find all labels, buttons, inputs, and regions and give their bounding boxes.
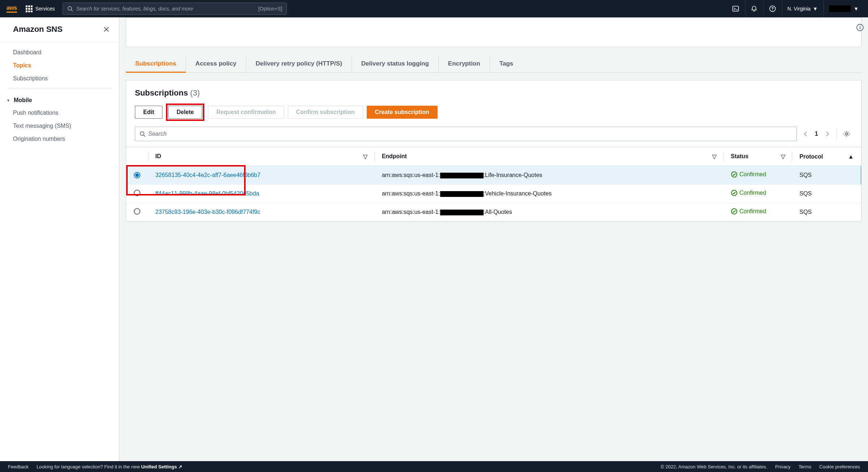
svg-point-0 [68,7,72,10]
table-row[interactable]: 23758c93-196e-403e-b30c-f096df774f9c arn… [127,203,861,222]
row-radio[interactable] [134,208,140,215]
edit-button[interactable]: Edit [135,106,162,119]
subscriptions-panel: Subscriptions (3) Edit Delete Request co… [126,80,861,222]
subscription-id-link[interactable]: 32658135-40c4-4e2c-aff7-6aee46f6b6b7 [156,172,261,178]
sort-icon: ▽ [781,153,785,160]
global-search[interactable]: [Option+S] [63,3,287,15]
search-icon [67,6,73,12]
cloudshell-button[interactable] [727,0,744,17]
info-icon [856,24,864,31]
region-selector[interactable]: N. Virginia ▼ [782,0,823,17]
confirm-subscription-button: Confirm subscription [288,106,363,119]
redacted-account [440,191,484,197]
protocol-cell: SQS [792,166,861,185]
svg-line-7 [144,135,145,136]
page-prev-button[interactable] [802,129,809,139]
table-row[interactable]: 32658135-40c4-4e2c-aff7-6aee46f6b6b7 arn… [127,166,861,185]
endpoint-cell: arn:aws:sqs:us-east-1::Life-Insurance-Qu… [375,166,724,185]
help-button[interactable] [763,0,781,17]
tab-access-policy[interactable]: Access policy [186,56,246,72]
account-menu[interactable]: ▼ [824,0,864,17]
chevron-right-icon [825,131,830,137]
check-circle-icon [731,190,737,196]
tab-delivery-status[interactable]: Delivery status logging [352,56,439,72]
services-menu[interactable]: Services [22,3,59,14]
svg-point-8 [846,133,848,135]
sidebar-item-origination-numbers[interactable]: Origination numbers [7,132,112,146]
check-circle-icon [731,208,737,215]
page-current: 1 [813,131,820,137]
tab-encryption[interactable]: Encryption [439,56,490,72]
sidebar-close-button[interactable] [103,26,110,33]
language-prompt: Looking for language selection? Find it … [37,464,182,469]
tab-tags[interactable]: Tags [490,56,523,72]
redacted-account [440,173,484,178]
redacted-account [440,210,484,215]
topic-header-panel [126,17,861,47]
services-grid-icon [26,5,33,12]
page-next-button[interactable] [824,129,831,139]
create-subscription-button[interactable]: Create subscription [367,106,438,119]
pagination: 1 [802,129,831,139]
topic-tabs: Subscriptions Access policy Delivery ret… [126,56,861,73]
unified-settings-link[interactable]: Unified Settings↗ [141,464,182,469]
terms-link[interactable]: Terms [799,464,811,469]
sidebar-item-topics[interactable]: Topics [7,59,112,72]
subscriptions-filter[interactable] [135,127,797,141]
external-link-icon: ↗ [178,464,182,469]
delete-button[interactable]: Delete [168,106,202,119]
search-icon [140,131,145,137]
table-settings-button[interactable] [836,127,852,140]
services-label: Services [35,6,55,12]
subscriptions-filter-input[interactable] [148,131,792,137]
protocol-cell: SQS [792,203,861,222]
status-badge: Confirmed [731,171,766,178]
sidebar-item-push-notifications[interactable]: Push notifications [7,106,112,119]
help-icon [769,5,776,12]
table-row[interactable]: ff44ac11-998b-4aae-98ef-0bf5420d5bda arn… [127,185,861,203]
request-confirmation-button: Request confirmation [208,106,284,119]
tab-subscriptions[interactable]: Subscriptions [126,56,186,73]
column-id[interactable]: ID▽ [148,147,375,166]
global-search-input[interactable] [76,6,258,12]
subscriptions-table: ID▽ Endpoint▽ Status▽ Protocol▲ 32658135… [126,147,861,222]
privacy-link[interactable]: Privacy [775,464,791,469]
main-content: Subscriptions Access policy Delivery ret… [119,17,868,461]
subscription-id-link[interactable]: ff44ac11-998b-4aae-98ef-0bf5420d5bda [156,190,259,197]
sidebar-title: Amazon SNS [13,25,63,34]
status-badge: Confirmed [731,190,766,196]
info-panel-toggle[interactable] [854,22,866,33]
dropdown-caret-icon: ▼ [813,6,818,12]
endpoint-cell: arn:aws:sqs:us-east-1::All-Quotes [375,203,724,222]
feedback-link[interactable]: Feedback [8,464,29,469]
delete-button-highlight: Delete [166,104,204,121]
dropdown-caret-icon: ▼ [854,6,859,12]
column-status[interactable]: Status▽ [724,147,792,166]
sidebar-item-dashboard[interactable]: Dashboard [7,46,112,59]
sidebar-item-text-messaging[interactable]: Text messaging (SMS) [7,119,112,132]
sort-icon: ▽ [712,153,716,160]
svg-point-13 [860,26,860,26]
sort-icon: ▽ [363,153,367,160]
sidebar-item-subscriptions[interactable]: Subscriptions [7,72,112,85]
column-endpoint[interactable]: Endpoint▽ [375,147,724,166]
column-protocol[interactable]: Protocol▲ [792,147,861,166]
row-radio[interactable] [134,190,140,196]
gear-icon [843,130,850,138]
svg-rect-2 [733,6,739,11]
protocol-cell: SQS [792,185,861,203]
panel-title: Subscriptions (3) [135,88,852,98]
sidebar: Amazon SNS Dashboard Topics Subscription… [0,17,119,461]
close-icon [103,26,110,33]
search-shortcut: [Option+S] [258,6,282,12]
row-radio[interactable] [134,172,140,178]
subscription-id-link[interactable]: 23758c93-196e-403e-b30c-f096df774f9c [156,209,260,215]
cookie-preferences-link[interactable]: Cookie preferences [819,464,860,469]
notifications-button[interactable] [745,0,763,17]
account-id-redacted [829,5,851,12]
tab-delivery-retry[interactable]: Delivery retry policy (HTTP/S) [246,56,352,72]
aws-logo[interactable]: aws [7,5,17,13]
subscriptions-count: (3) [190,88,200,97]
sidebar-group-mobile[interactable]: Mobile [7,93,112,106]
chevron-left-icon [803,131,808,137]
